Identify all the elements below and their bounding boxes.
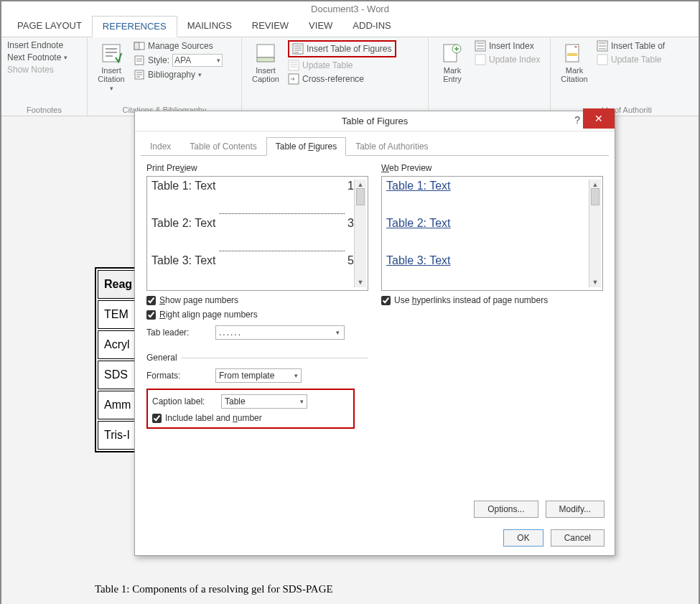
insert-caption-button[interactable]: Insert Caption xyxy=(248,40,284,85)
tab-view[interactable]: VIEW xyxy=(299,16,342,37)
update-icon xyxy=(288,60,299,71)
ribbon: Insert Endnote Next Footnote ▾ Show Note… xyxy=(1,37,699,116)
svg-rect-8 xyxy=(289,60,299,70)
mark-entry-icon xyxy=(441,42,464,65)
dialog-tab-toa[interactable]: Table of Authorities xyxy=(346,137,437,155)
insert-index-button[interactable]: Insert Index xyxy=(475,40,540,52)
table-caption: Table 1: Components of a resolving gel f… xyxy=(95,583,333,595)
dialog-titlebar: Table of Figures ? ✕ xyxy=(135,111,615,131)
style-select[interactable]: Style: APA▾ xyxy=(134,54,223,67)
tab-leader-combo[interactable]: ......▾ xyxy=(215,325,345,340)
bibliography-icon xyxy=(134,69,145,80)
show-notes-button[interactable]: Show Notes xyxy=(7,65,67,75)
svg-rect-15 xyxy=(567,53,577,56)
app-window: Document3 - Word PAGE LAYOUT REFERENCES … xyxy=(0,0,700,604)
ribbon-tabstrip: PAGE LAYOUT REFERENCES MAILINGS REVIEW V… xyxy=(1,16,699,37)
formats-combo[interactable]: From template▾ xyxy=(215,368,302,383)
update-index-button[interactable]: Update Index xyxy=(475,54,540,65)
mark-citation-icon xyxy=(563,42,586,65)
tab-references[interactable]: REFERENCES xyxy=(92,16,177,37)
cross-reference-button[interactable]: Cross-reference xyxy=(288,73,396,85)
help-button[interactable]: ? xyxy=(574,114,580,126)
insert-citation-button[interactable]: Insert Citation▾ xyxy=(93,40,129,93)
use-hyperlinks-checkbox[interactable] xyxy=(381,296,391,305)
insert-endnote-button[interactable]: Insert Endnote xyxy=(7,40,67,50)
mark-citation-button[interactable]: Mark Citation xyxy=(556,40,592,85)
svg-rect-3 xyxy=(135,56,144,65)
caption-label-combo[interactable]: Table▾ xyxy=(221,394,307,409)
update-index-icon xyxy=(475,54,486,65)
mark-entry-button[interactable]: Mark Entry xyxy=(434,40,470,85)
tab-add-ins[interactable]: ADD-INS xyxy=(342,16,401,37)
tof-icon xyxy=(292,43,304,55)
citation-icon xyxy=(100,42,123,65)
svg-rect-13 xyxy=(475,55,485,65)
style-icon xyxy=(134,55,145,66)
next-footnote-button[interactable]: Next Footnote ▾ xyxy=(7,52,67,62)
group-citations: Insert Citation▾ Manage Sources Style: A… xyxy=(88,37,242,116)
update-toa-button[interactable]: Update Table xyxy=(597,54,665,65)
manage-sources-button[interactable]: Manage Sources xyxy=(134,40,223,52)
modify-button[interactable]: Modify... xyxy=(546,501,605,518)
caption-icon xyxy=(254,42,277,65)
dialog-tab-toc[interactable]: Table of Contents xyxy=(180,137,266,155)
crossref-icon xyxy=(288,73,299,85)
cancel-button[interactable]: Cancel xyxy=(551,529,605,547)
bibliography-button[interactable]: Bibliography ▾ xyxy=(134,69,223,80)
group-index: Mark Entry Insert Index Update Index xyxy=(429,37,551,116)
update-tof-button[interactable]: Update Table xyxy=(288,60,396,71)
svg-rect-6 xyxy=(257,57,274,62)
tab-review[interactable]: REVIEW xyxy=(242,16,299,37)
index-icon xyxy=(475,40,486,52)
show-page-numbers-checkbox[interactable] xyxy=(146,296,156,305)
dialog-tabs: Index Table of Contents Table of Figures… xyxy=(141,137,609,156)
window-title: Document3 - Word xyxy=(1,1,699,16)
dialog-tab-index[interactable]: Index xyxy=(141,137,180,155)
update-toa-icon xyxy=(597,54,608,65)
group-captions: Insert Caption Insert Table of Figures U… xyxy=(242,37,429,116)
toa-icon xyxy=(597,40,608,52)
print-preview-scrollbar[interactable]: ▲▼ xyxy=(354,180,366,287)
dialog-tab-tof[interactable]: Table of Figures xyxy=(266,137,346,156)
close-button[interactable]: ✕ xyxy=(583,108,615,129)
group-authorities: Mark Citation Insert Table of Update Tab… xyxy=(551,37,699,116)
group-footnotes: Insert Endnote Next Footnote ▾ Show Note… xyxy=(1,37,88,116)
right-align-checkbox[interactable] xyxy=(146,310,156,320)
svg-rect-5 xyxy=(257,45,274,57)
svg-rect-17 xyxy=(597,55,607,65)
tab-page-layout[interactable]: PAGE LAYOUT xyxy=(7,16,92,37)
web-preview-pane: Web Preview Table 1: Text Table 2: Text … xyxy=(381,163,603,429)
dialog-title: Table of Figures xyxy=(342,116,409,126)
svg-rect-2 xyxy=(134,42,139,50)
print-preview-pane: Print Preview Table 1: Text1 Table 2: Te… xyxy=(146,163,368,429)
insert-toa-button[interactable]: Insert Table of xyxy=(597,40,665,52)
insert-table-of-figures-button[interactable]: Insert Table of Figures xyxy=(288,40,396,57)
ok-button[interactable]: OK xyxy=(503,529,543,547)
include-label-checkbox[interactable] xyxy=(152,414,162,423)
tab-mailings[interactable]: MAILINGS xyxy=(177,16,242,37)
sources-icon xyxy=(134,40,145,52)
options-button[interactable]: Options... xyxy=(474,501,538,518)
web-preview-scrollbar[interactable]: ▲▼ xyxy=(589,180,601,287)
table-of-figures-dialog: Table of Figures ? ✕ Index Table of Cont… xyxy=(134,111,615,556)
